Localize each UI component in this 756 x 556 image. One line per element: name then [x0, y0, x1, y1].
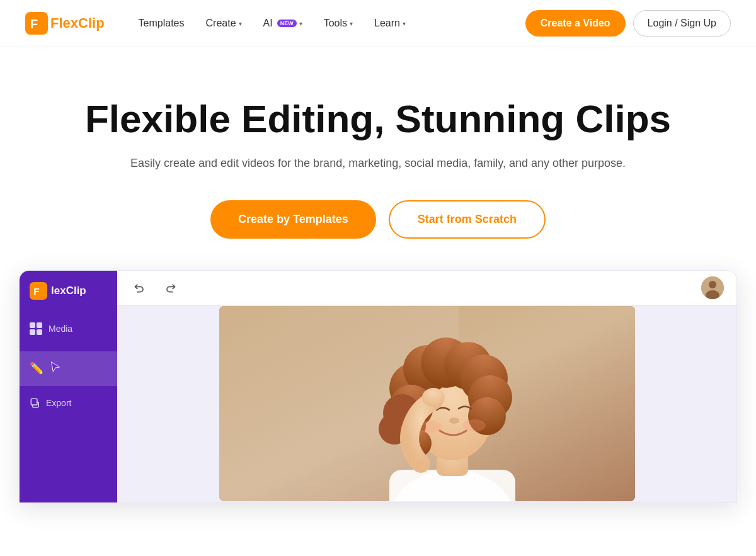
- logo-icon: F: [25, 12, 48, 35]
- person-illustration: [219, 306, 635, 501]
- logo-text: FlexClip: [50, 15, 105, 31]
- editor-canvas-area: [117, 305, 736, 502]
- nav-actions: Create a Video Login / Sign Up: [525, 10, 731, 37]
- avatar-svg: [701, 276, 724, 299]
- sidebar-item-media[interactable]: Media: [20, 311, 117, 346]
- undo-button[interactable]: [130, 278, 150, 298]
- redo-icon: [164, 281, 176, 294]
- svg-point-29: [422, 388, 445, 407]
- svg-text:F: F: [33, 286, 40, 297]
- hero-subtitle: Easily create and edit videos for the br…: [25, 154, 731, 173]
- chevron-down-icon-ai: ▾: [299, 20, 302, 27]
- login-button[interactable]: Login / Sign Up: [633, 10, 731, 37]
- svg-text:F: F: [30, 17, 38, 31]
- svg-point-28: [463, 419, 486, 432]
- export-icon: [30, 397, 41, 409]
- chevron-down-icon-learn: ▾: [403, 20, 406, 27]
- nav-item-create[interactable]: Create ▾: [197, 13, 251, 34]
- export-label: Export: [46, 398, 71, 408]
- chevron-down-icon: ▾: [239, 20, 242, 27]
- nav-item-learn[interactable]: Learn ▾: [365, 13, 415, 34]
- redo-button[interactable]: [160, 278, 180, 298]
- sidebar-logo: F lexClip: [20, 271, 117, 311]
- hero-section: Flexible Editing, Stunning Clips Easily …: [0, 47, 756, 270]
- logo[interactable]: F FlexClip: [25, 12, 105, 35]
- nav-item-tools[interactable]: Tools ▾: [315, 13, 362, 34]
- editor-toolbar: [117, 271, 736, 305]
- hero-title: Flexible Editing, Stunning Clips: [25, 98, 731, 140]
- create-video-button[interactable]: Create a Video: [525, 10, 626, 37]
- start-from-scratch-button[interactable]: Start from Scratch: [389, 200, 546, 239]
- nav-item-templates[interactable]: Templates: [130, 13, 193, 34]
- video-preview: [219, 306, 635, 501]
- media-label: Media: [49, 324, 72, 334]
- sidebar-logo-icon: F: [30, 282, 47, 300]
- edit-pencil-icon: ✏️: [30, 361, 43, 375]
- svg-point-6: [709, 281, 716, 288]
- user-avatar[interactable]: [701, 276, 724, 299]
- editor-sidebar: F lexClip Media ✏️: [20, 271, 117, 502]
- nav-item-ai[interactable]: AI NEW ▾: [255, 13, 311, 34]
- editor-preview: F lexClip Media ✏️: [19, 270, 737, 503]
- navbar: F FlexClip Templates Create ▾ AI NEW ▾ T…: [0, 0, 756, 47]
- create-by-templates-button[interactable]: Create by Templates: [210, 200, 376, 239]
- cursor-svg: [49, 360, 62, 374]
- nav-links: Templates Create ▾ AI NEW ▾ Tools ▾ Lear…: [130, 13, 525, 34]
- sidebar-logo-text: lexClip: [51, 285, 86, 297]
- chevron-down-icon-tools: ▾: [350, 20, 353, 27]
- svg-point-26: [449, 417, 459, 424]
- cursor-icon: [49, 360, 62, 377]
- hero-buttons: Create by Templates Start from Scratch: [25, 200, 731, 239]
- ai-new-badge: NEW: [277, 20, 297, 27]
- editor-main: [117, 271, 736, 502]
- undo-icon: [134, 281, 146, 294]
- sidebar-item-export[interactable]: Export: [20, 389, 117, 417]
- sidebar-item-edit[interactable]: ✏️: [20, 351, 117, 386]
- person-placeholder: [219, 306, 635, 501]
- media-grid-icon: [30, 322, 42, 335]
